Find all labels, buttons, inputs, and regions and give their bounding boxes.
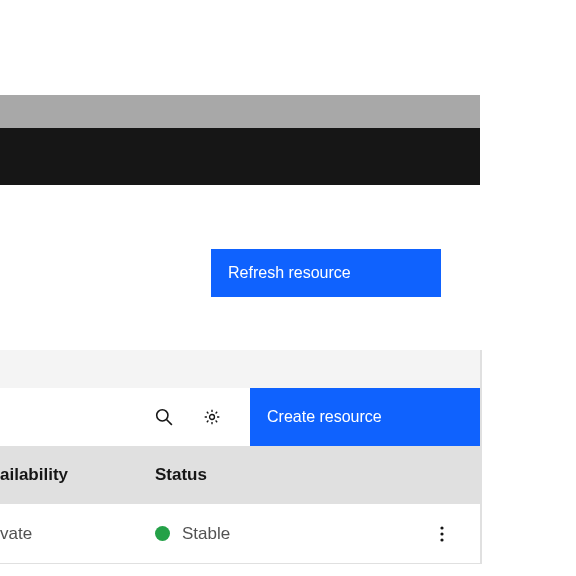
create-resource-button[interactable]: Create resource	[250, 388, 480, 446]
create-button-label: Create resource	[267, 408, 382, 426]
refresh-resource-button[interactable]: Refresh resource	[211, 249, 441, 297]
settings-button[interactable]	[188, 393, 236, 441]
svg-point-0	[157, 410, 168, 421]
search-button[interactable]	[140, 393, 188, 441]
column-header-availability[interactable]: ailability	[0, 465, 68, 485]
svg-point-2	[210, 415, 215, 420]
svg-point-5	[440, 538, 443, 541]
toolbar-background	[0, 350, 480, 388]
table-row: vate Stable	[0, 504, 480, 564]
refresh-button-label: Refresh resource	[228, 264, 351, 282]
svg-line-1	[166, 419, 171, 424]
window-chrome-bar	[0, 95, 480, 128]
column-header-status[interactable]: Status	[155, 465, 207, 485]
cell-status: Stable	[155, 524, 230, 544]
table-toolbar: Create resource	[0, 388, 480, 446]
panel-right-edge	[480, 350, 482, 564]
row-overflow-menu[interactable]	[432, 514, 452, 554]
search-icon	[155, 408, 173, 426]
gear-icon	[203, 408, 221, 426]
status-indicator-dot	[155, 526, 170, 541]
table-header-row: ailability Status	[0, 446, 480, 504]
overflow-menu-icon	[440, 525, 444, 543]
app-header-bar	[0, 128, 480, 185]
cell-availability: vate	[0, 524, 32, 544]
status-text: Stable	[182, 524, 230, 544]
svg-point-4	[440, 532, 443, 535]
svg-point-3	[440, 526, 443, 529]
